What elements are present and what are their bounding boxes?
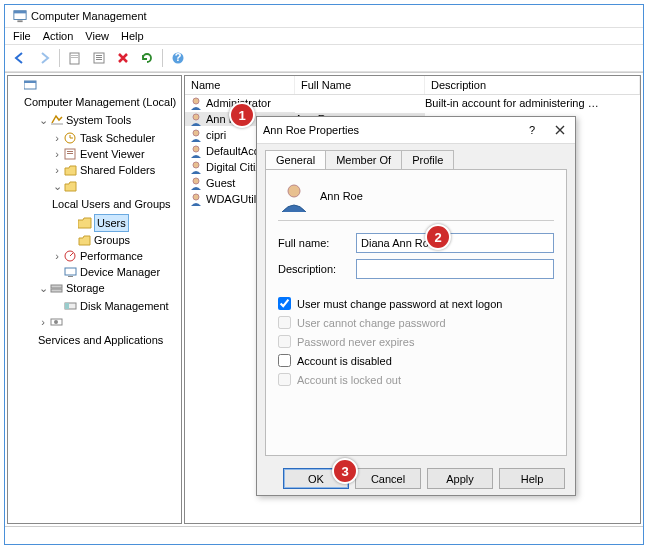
svg-rect-1 [14,11,26,14]
chk-never-expires-box [278,335,291,348]
svg-point-29 [193,114,199,120]
properties-dialog: Ann Roe Properties ? General Member Of P… [256,116,576,496]
fullname-label: Full name: [278,237,348,249]
field-description: Description: [278,259,554,279]
user-icon [189,96,203,110]
tree-device-manager[interactable]: Device Manager [52,264,179,280]
svg-rect-2 [17,20,22,22]
svg-point-30 [193,130,199,136]
svg-point-32 [193,162,199,168]
menubar: File Action View Help [5,28,643,44]
svg-rect-18 [67,153,73,154]
user-display-name: Ann Roe [320,190,363,202]
tree-storage[interactable]: ⌄Storage Disk Management [38,280,179,314]
menu-action[interactable]: Action [43,30,74,42]
delete-button[interactable] [112,47,134,69]
svg-point-35 [288,185,300,197]
tree-task-scheduler[interactable]: ›Task Scheduler [52,130,179,146]
col-desc[interactable]: Description [425,76,640,94]
list-header: Name Full Name Description [185,76,640,95]
back-button[interactable] [9,47,31,69]
callout-1: 1 [229,102,255,128]
svg-rect-23 [51,289,62,292]
chk-cannot-change-box [278,316,291,329]
apply-button[interactable]: Apply [427,468,493,489]
menu-help[interactable]: Help [121,30,144,42]
cancel-button[interactable]: Cancel [355,468,421,489]
callout-2: 2 [425,224,451,250]
toolbar: ? [5,44,643,72]
tree-users[interactable]: Users [66,214,179,232]
computer-management-window: Computer Management File Action View Hel… [4,4,644,545]
tree-root[interactable]: Computer Management (Local) ⌄System Tool… [24,80,179,348]
col-name[interactable]: Name [185,76,295,94]
tree-performance[interactable]: ›Performance [52,248,179,264]
tab-general[interactable]: General [265,150,326,169]
dialog-help-icon[interactable]: ? [523,121,541,139]
callout-3: 3 [332,458,358,484]
user-icon [189,160,203,174]
svg-rect-8 [96,57,102,58]
chk-disabled[interactable]: Account is disabled [278,354,554,367]
svg-point-31 [193,146,199,152]
user-icon [189,176,203,190]
user-avatar-icon [278,180,310,212]
tree-disk-management[interactable]: Disk Management [52,298,179,314]
properties-button[interactable] [88,47,110,69]
svg-text:?: ? [175,51,182,63]
tab-memberof[interactable]: Member Of [325,150,402,169]
svg-rect-22 [51,285,62,288]
chk-cannot-change: User cannot change password [278,316,554,329]
refresh-button[interactable] [136,47,158,69]
menu-view[interactable]: View [85,30,109,42]
svg-point-34 [193,194,199,200]
svg-rect-21 [68,276,73,277]
help-button[interactable]: ? [167,47,189,69]
svg-rect-13 [24,81,36,83]
app-icon [13,9,27,23]
svg-point-28 [193,98,199,104]
dialog-close-icon[interactable] [551,121,569,139]
chk-must-change[interactable]: User must change password at next logon [278,297,554,310]
new-button[interactable] [64,47,86,69]
row-name: Guest [206,177,235,189]
col-fullname[interactable]: Full Name [295,76,425,94]
svg-rect-5 [71,57,78,58]
chk-must-change-box[interactable] [278,297,291,310]
dialog-tabs: General Member Of Profile [257,144,575,169]
window-title: Computer Management [31,10,147,22]
menu-file[interactable]: File [13,30,31,42]
dialog-titlebar: Ann Roe Properties ? [257,117,575,144]
chk-locked: Account is locked out [278,373,554,386]
tree-services-apps[interactable]: ›Services and Applications [38,314,179,348]
forward-button[interactable] [33,47,55,69]
user-list-panel: Name Full Name Description Administrator… [184,75,641,524]
description-input[interactable] [356,259,554,279]
svg-point-27 [54,320,58,324]
svg-point-33 [193,178,199,184]
tree-local-users[interactable]: ⌄Local Users and Groups Users Groups [52,178,179,248]
svg-rect-17 [67,151,73,152]
tab-profile[interactable]: Profile [401,150,454,169]
titlebar: Computer Management [5,5,643,28]
tree-system-tools[interactable]: ⌄System Tools ›Task Scheduler ›Event Vie… [38,112,179,280]
tree-event-viewer[interactable]: ›Event Viewer [52,146,179,162]
svg-rect-14 [51,123,63,125]
tree-shared-folders[interactable]: ›Shared Folders [52,162,179,178]
svg-rect-4 [71,55,78,56]
chk-disabled-box[interactable] [278,354,291,367]
field-fullname: Full name: [278,233,554,253]
chk-locked-box [278,373,291,386]
row-name: cipri [206,129,226,141]
help-button[interactable]: Help [499,468,565,489]
user-icon [189,128,203,142]
svg-rect-25 [65,303,69,309]
dialog-buttons: OK Cancel Apply Help [257,462,575,495]
user-icon [189,144,203,158]
fullname-input[interactable] [356,233,554,253]
svg-rect-7 [96,55,102,56]
row-desc: Built-in account for administering … [425,97,640,109]
tree-groups[interactable]: Groups [66,232,179,248]
nav-tree[interactable]: Computer Management (Local) ⌄System Tool… [7,75,182,524]
svg-rect-3 [70,53,79,64]
